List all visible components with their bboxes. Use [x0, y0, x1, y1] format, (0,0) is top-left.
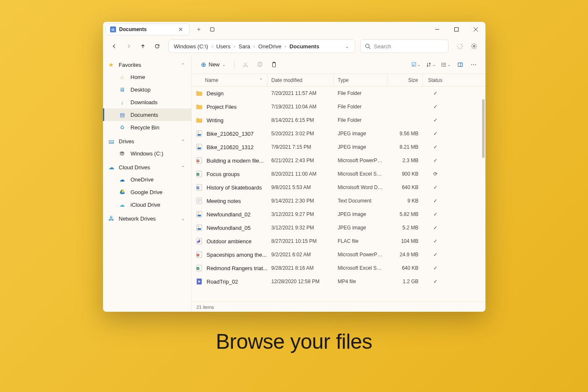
- sidebar-item-desktop[interactable]: 🖥 Desktop: [103, 83, 191, 96]
- plus-icon: ⊕: [201, 61, 206, 68]
- scrollbar[interactable]: [482, 99, 485, 158]
- column-header-name[interactable]: Name ⌃: [192, 74, 267, 86]
- file-name: Writing: [207, 117, 224, 124]
- sort-button[interactable]: ⌄: [424, 61, 438, 68]
- chevron-up-icon[interactable]: ⌃: [181, 63, 185, 67]
- search-input[interactable]: Search: [360, 39, 448, 53]
- sidebar-item-downloads[interactable]: ↓ Downloads: [103, 96, 191, 108]
- file-row[interactable]: Newfoundland_053/12/2021 9:32 PMJPEG ima…: [192, 221, 485, 234]
- file-row[interactable]: Bike_210620_13075/20/2021 3:02 PMJPEG im…: [192, 127, 485, 140]
- loading-icon: [454, 40, 466, 53]
- jpeg-icon: [196, 211, 203, 218]
- maximize-button[interactable]: [447, 22, 466, 37]
- sidebar-section-favorites[interactable]: ★ Favorites ⌃: [103, 59, 191, 71]
- file-row[interactable]: Project Files7/19/2021 10:04 AMFile Fold…: [192, 100, 485, 113]
- file-row[interactable]: Writing8/14/2021 6:15 PMFile Folder✓: [192, 113, 485, 127]
- minimize-button[interactable]: [427, 22, 447, 37]
- paste-button[interactable]: [268, 59, 280, 71]
- file-row[interactable]: Meeting notes9/14/2021 2:30 PMText Docum…: [192, 194, 485, 208]
- file-row[interactable]: Bike_210620_13127/9/2021 7:15 PMJPEG ima…: [192, 140, 485, 154]
- file-row[interactable]: Newfoundland_023/12/2021 9:27 PMJPEG ima…: [192, 208, 485, 221]
- file-row[interactable]: XFocus groups8/20/2021 11:00 AMMicrosoft…: [192, 167, 485, 181]
- sidebar-item-label: Windows (C:): [131, 150, 163, 157]
- file-date: 3/12/2021 9:32 PM: [267, 225, 334, 231]
- breadcrumb-item[interactable]: Sara: [238, 42, 251, 50]
- gdrive-icon: [119, 189, 126, 195]
- breadcrumb-item[interactable]: Windows (C:\): [173, 42, 209, 50]
- file-status: ✓: [423, 211, 448, 217]
- breadcrumb-item-current[interactable]: Documents: [289, 42, 320, 50]
- forward-button[interactable]: [122, 40, 135, 53]
- sidebar-section-cloud[interactable]: ☁ Cloud Drives ⌃: [103, 161, 191, 173]
- sidebar-item-onedrive[interactable]: ☁ OneDrive: [103, 173, 191, 186]
- chevron-down-icon: ⌄: [432, 63, 436, 67]
- file-name: Bike_210620_1312: [207, 144, 254, 150]
- file-row[interactable]: PSpaceships among the...9/2/2021 6:02 AM…: [192, 248, 485, 261]
- svg-rect-26: [273, 62, 275, 63]
- file-status: ✓: [423, 225, 448, 231]
- sidebar-section-network[interactable]: 🖧 Network Drives ⌄: [103, 213, 191, 224]
- file-status: ✓: [423, 265, 448, 271]
- tab-overview-button[interactable]: [206, 24, 218, 35]
- view-button[interactable]: ⌄: [439, 61, 453, 68]
- sidebar-item-home[interactable]: ⌂ Home: [103, 71, 191, 83]
- sidebar-section-drives[interactable]: 🖴 Drives ⌃: [103, 135, 191, 147]
- separator: [234, 61, 235, 69]
- breadcrumb-dropdown[interactable]: ⌄: [343, 42, 351, 51]
- breadcrumb-item[interactable]: Users: [215, 42, 231, 50]
- chevron-up-icon[interactable]: ⌃: [181, 139, 185, 144]
- svg-point-5: [365, 44, 369, 48]
- sidebar-item-google-drive[interactable]: Google Drive: [103, 186, 191, 198]
- up-button[interactable]: [137, 40, 149, 53]
- settings-button[interactable]: [468, 40, 480, 53]
- close-tab-icon[interactable]: ✕: [177, 26, 185, 33]
- svg-rect-36: [198, 134, 201, 136]
- file-list[interactable]: Design7/20/2021 11:57 AMFile Folder✓Proj…: [192, 87, 485, 302]
- breadcrumb[interactable]: Windows (C:\) › Users › Sara › OneDrive …: [169, 39, 355, 53]
- file-row[interactable]: RoadTrip_0212/28/2020 12:58 PMMP4 file1.…: [192, 275, 485, 288]
- jpeg-icon: [196, 224, 203, 231]
- column-header-size[interactable]: Size: [388, 74, 423, 86]
- mp4-icon: [196, 278, 203, 285]
- sidebar-item-icloud[interactable]: ☁ iCloud Drive: [103, 198, 191, 211]
- sidebar-item-windows-c[interactable]: ⛃ Windows (C:): [103, 147, 191, 160]
- file-row[interactable]: Outdoor ambience8/27/2021 10:15 PMFLAC f…: [192, 234, 485, 248]
- svg-rect-2: [454, 28, 458, 32]
- file-status: ✓: [423, 252, 448, 258]
- sidebar-item-documents[interactable]: ▤ Documents: [103, 108, 191, 121]
- svg-point-30: [441, 63, 442, 63]
- svg-rect-33: [458, 63, 462, 66]
- file-type: File Folder: [334, 117, 388, 123]
- more-button[interactable]: ⋯: [468, 59, 480, 71]
- home-icon: ⌂: [119, 74, 126, 80]
- download-icon: ↓: [119, 99, 126, 105]
- sidebar-item-recycle-bin[interactable]: ♻ Recycle Bin: [103, 121, 191, 134]
- svg-text:W: W: [197, 187, 199, 189]
- file-size: 5.2 MB: [388, 225, 423, 231]
- file-row[interactable]: Design7/20/2021 11:57 AMFile Folder✓: [192, 87, 485, 100]
- tab-documents[interactable]: ▤ Documents ✕: [105, 24, 190, 35]
- file-size: 5.82 MB: [388, 211, 423, 217]
- file-type: File Folder: [334, 104, 388, 110]
- chevron-up-icon[interactable]: ⌃: [181, 165, 185, 170]
- select-mode-button[interactable]: ☑ ⌄: [410, 61, 422, 68]
- new-tab-button[interactable]: ＋: [193, 24, 205, 35]
- close-window-button[interactable]: [466, 22, 485, 37]
- ppt-icon: P: [196, 157, 203, 164]
- column-header-status[interactable]: Status: [423, 74, 448, 86]
- preview-pane-button[interactable]: [454, 59, 466, 71]
- drive-icon: 🖴: [108, 138, 115, 145]
- back-button[interactable]: [108, 40, 121, 53]
- file-size: 640 KB: [388, 265, 423, 271]
- file-row[interactable]: XRedmond Rangers triat...9/28/2021 8:16 …: [192, 261, 485, 275]
- chevron-down-icon: ⌄: [417, 63, 421, 67]
- column-header-date[interactable]: Date modified: [267, 74, 334, 86]
- column-header-type[interactable]: Type: [334, 74, 388, 86]
- new-button[interactable]: ⊕ New ⌄: [198, 59, 229, 71]
- refresh-button[interactable]: [151, 40, 163, 53]
- svg-point-19: [243, 65, 245, 67]
- file-row[interactable]: PBuilding a modern file...6/21/2021 2:43…: [192, 154, 485, 167]
- chevron-down-icon[interactable]: ⌄: [181, 216, 185, 221]
- breadcrumb-item[interactable]: OneDrive: [258, 42, 282, 50]
- file-row[interactable]: WHistory of Skateboards9/8/2021 5:53 AMM…: [192, 181, 485, 194]
